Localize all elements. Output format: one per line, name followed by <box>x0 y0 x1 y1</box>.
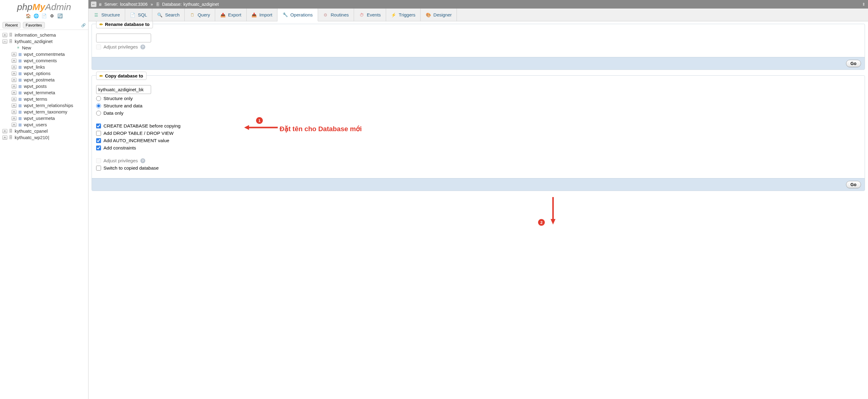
tree-item[interactable]: +information_schema <box>1 32 87 38</box>
expand-icon[interactable]: − <box>2 39 7 44</box>
docs-icon[interactable]: 📄 <box>41 13 47 19</box>
tree-item[interactable]: +wpvt_comments <box>1 57 87 64</box>
radio-structure-data-label[interactable]: Structure and data <box>103 103 143 109</box>
table-icon <box>17 77 23 82</box>
drop-label[interactable]: Add DROP TABLE / DROP VIEW <box>103 131 174 136</box>
tab-operations[interactable]: Operations <box>277 8 318 21</box>
autoinc-label[interactable]: Add AUTO_INCREMENT value <box>103 138 169 143</box>
tree-item[interactable]: −kythuatc_azdiginet <box>1 38 87 44</box>
link-icon[interactable]: 🔗 <box>81 23 86 28</box>
tab-label: Events <box>367 12 381 18</box>
routines-icon <box>323 12 329 18</box>
expand-icon[interactable]: + <box>11 84 17 89</box>
constraints-checkbox[interactable] <box>96 145 101 151</box>
tab-designer[interactable]: Designer <box>421 8 457 21</box>
create-db-checkbox[interactable] <box>96 124 101 128</box>
breadcrumb-server-label[interactable]: Server: <box>104 2 118 7</box>
expand-icon[interactable]: + <box>11 97 17 101</box>
breadcrumb-db[interactable]: kythuatc_azdiginet <box>183 2 219 7</box>
logo[interactable]: phpMyAdmin <box>0 0 88 13</box>
tree-item[interactable]: +wpvt_users <box>1 122 87 128</box>
expand-icon[interactable]: + <box>11 71 17 76</box>
logo-my: My <box>32 2 45 12</box>
radio-data-only[interactable] <box>96 111 101 115</box>
tree-item-label: kythuatc_cpanel <box>14 128 48 134</box>
expand-icon[interactable]: + <box>11 123 17 127</box>
expand-icon[interactable]: + <box>11 116 17 121</box>
tree-item[interactable]: +wpvt_options <box>1 70 87 76</box>
tab-events[interactable]: Events <box>354 8 386 21</box>
expand-icon[interactable]: + <box>2 135 7 140</box>
radio-structure-only-label[interactable]: Structure only <box>103 96 133 101</box>
query-icon <box>189 12 195 18</box>
tab-label: Operations <box>290 12 313 18</box>
rename-go-button[interactable]: Go <box>846 60 861 67</box>
expand-icon[interactable]: + <box>2 129 7 133</box>
settings-icon[interactable]: ⚙ <box>49 13 55 19</box>
tree-item[interactable]: +wpvt_term_taxonomy <box>1 109 87 115</box>
tab-label: Triggers <box>399 12 415 18</box>
tab-search[interactable]: Search <box>152 8 185 21</box>
tab-sql[interactable]: SQL <box>125 8 152 21</box>
tree-item[interactable]: +wpvt_links <box>1 64 87 70</box>
switch-checkbox[interactable] <box>96 166 101 170</box>
expand-icon[interactable]: + <box>11 59 17 63</box>
help-icon[interactable]: ? <box>141 44 145 49</box>
table-icon <box>17 58 23 63</box>
tree-item[interactable]: +kythuatc_wp210 <box>1 134 87 141</box>
tree-item[interactable]: +wpvt_term_relationships <box>1 102 87 109</box>
tab-structure[interactable]: Structure <box>89 8 125 21</box>
expand-icon[interactable]: + <box>11 110 17 114</box>
copy-input[interactable] <box>96 85 151 94</box>
logout-icon[interactable]: 🌐 <box>34 13 39 19</box>
autoinc-checkbox[interactable] <box>96 138 101 143</box>
expand-icon[interactable]: + <box>2 33 7 37</box>
expand-icon[interactable]: + <box>11 103 17 108</box>
expand-icon[interactable]: + <box>11 78 17 82</box>
annotation-arrow-2 <box>550 197 556 228</box>
switch-label[interactable]: Switch to copied database <box>103 165 159 171</box>
tree-item-label: wpvt_links <box>24 64 45 70</box>
back-button[interactable]: ← <box>91 2 96 7</box>
tree-item[interactable]: +wpvt_postmeta <box>1 76 87 83</box>
drop-checkbox[interactable] <box>96 131 101 136</box>
events-icon <box>359 12 364 18</box>
database-icon <box>8 135 13 140</box>
tree-item[interactable]: New <box>1 44 87 51</box>
tab-routines[interactable]: Routines <box>318 8 354 21</box>
tab-import[interactable]: Import <box>247 8 278 21</box>
expand-icon[interactable]: + <box>11 52 17 57</box>
reload-icon[interactable]: 🔄 <box>57 13 63 19</box>
breadcrumb-server[interactable]: localhost:3306 <box>120 2 147 7</box>
constraints-label[interactable]: Add constraints <box>103 145 136 151</box>
export-icon <box>220 12 225 18</box>
copy-go-button[interactable]: Go <box>846 181 861 188</box>
tab-query[interactable]: Query <box>185 8 215 21</box>
tree-item[interactable]: +kythuatc_cpanel <box>1 128 87 134</box>
expand-icon[interactable]: + <box>11 65 17 69</box>
sidebar: phpMyAdmin 🏠 🌐 📄 ⚙ 🔄 Recent Favorites 🔗 … <box>0 0 89 399</box>
rename-input[interactable] <box>96 34 151 42</box>
copy-fieldset: Copy database to Structure only Structur… <box>92 75 865 191</box>
pin-icon[interactable]: ⬍ <box>862 2 866 7</box>
help-icon[interactable]: ? <box>141 158 145 163</box>
copy-footer: Go <box>92 178 865 191</box>
tree-item[interactable]: +wpvt_posts <box>1 83 87 89</box>
tree-item[interactable]: +wpvt_termmeta <box>1 89 87 96</box>
breadcrumb-db-label[interactable]: Database: <box>162 2 182 7</box>
radio-structure-data[interactable] <box>96 103 101 108</box>
radio-data-only-label[interactable]: Data only <box>103 110 123 116</box>
create-db-label[interactable]: CREATE DATABASE before copying <box>103 123 180 129</box>
home-icon[interactable]: 🏠 <box>26 13 31 19</box>
tree-item[interactable]: +wpvt_commentmeta <box>1 51 87 57</box>
tab-export[interactable]: Export <box>215 8 246 21</box>
tree-item-label: kythuatc_azdiginet <box>14 39 53 44</box>
favorites-button[interactable]: Favorites <box>23 22 44 28</box>
recent-button[interactable]: Recent <box>2 22 21 28</box>
rename-legend-text: Rename database to <box>105 22 150 27</box>
radio-structure-only[interactable] <box>96 96 101 101</box>
tree-item[interactable]: +wpvt_terms <box>1 96 87 102</box>
expand-icon[interactable]: + <box>11 91 17 95</box>
tree-item[interactable]: +wpvt_usermeta <box>1 115 87 122</box>
tab-triggers[interactable]: Triggers <box>386 8 421 21</box>
